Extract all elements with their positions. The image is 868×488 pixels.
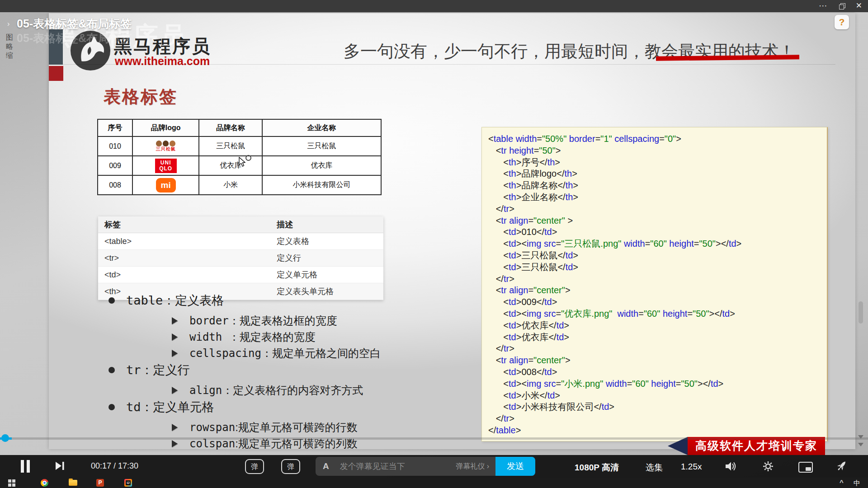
mini-player-icon[interactable] [798, 462, 813, 473]
start-square [12, 479, 15, 483]
bullet-desc: ：定义单元格 [141, 399, 214, 416]
code-token: </ [488, 425, 496, 435]
code-token: < [488, 216, 501, 225]
table-cell: <tr> [98, 250, 270, 267]
video-progress-bar[interactable] [0, 437, 868, 440]
code-token: "优衣库.png" [561, 309, 612, 319]
arrow-bullet-icon [172, 440, 181, 447]
code-token: td [544, 297, 552, 307]
start-button-icon[interactable] [8, 479, 15, 486]
table-cell: 定义表格 [270, 233, 383, 250]
code-token: >< [516, 379, 527, 389]
settings-gear-icon[interactable] [762, 460, 774, 474]
video-title-overlay: 05-表格标签&布局标签 [17, 16, 132, 31]
code-token: > [552, 297, 557, 307]
code-token: >企业名称</ [516, 192, 566, 202]
send-button[interactable]: 发送 [495, 457, 535, 476]
code-token: td [544, 367, 552, 377]
code-token: table [494, 134, 513, 144]
column-header: 企业名称 [262, 119, 381, 136]
code-panel: <table width="50%" border="1" cellspacin… [481, 127, 828, 441]
chrome-icon[interactable] [41, 479, 48, 487]
code-token: td [509, 262, 516, 272]
scroll-down-icon[interactable] [858, 443, 863, 446]
code-token: = [676, 379, 681, 389]
code-token: >008</ [516, 367, 544, 377]
scrollbar-thumb[interactable] [859, 301, 863, 324]
table-header-row: 序号品牌logo品牌名称企业名称 [98, 119, 381, 136]
ime-indicator[interactable]: 中 [854, 479, 860, 488]
screen: ⋯ ✕ ? 05-表格标签&布局标签 05-表格标签&布局标签 › 图 略 缩 … [0, 0, 868, 488]
code-token: > [564, 320, 569, 330]
bullet-item: td：定义单元格 [102, 399, 455, 416]
code-token: td [557, 332, 564, 342]
code-token: > [509, 413, 514, 423]
code-token: < [488, 239, 509, 249]
intellij-icon[interactable]: IJ [124, 479, 132, 487]
code-token: td [711, 379, 718, 389]
window-restore-icon[interactable] [839, 3, 845, 9]
table-row: <table>定义表格 [98, 233, 383, 250]
code-token: > [552, 367, 557, 377]
rocket-icon[interactable] [834, 459, 849, 475]
window-menu-icon[interactable]: ⋯ [819, 0, 828, 11]
code-token: width [624, 239, 645, 249]
sub-bullet-desc: ：规定表格边框的宽度 [229, 313, 337, 329]
code-token: "50" [699, 239, 716, 249]
code-token: > [565, 355, 571, 365]
volume-icon[interactable] [725, 461, 737, 473]
quality-button[interactable]: 1080P 高清 [575, 462, 619, 474]
arrow-bullet-icon [172, 424, 181, 431]
powerpoint-icon[interactable]: P [96, 479, 104, 487]
danmaku-etiquette-link[interactable]: 弹幕礼仪 › [456, 462, 489, 471]
table-cell: 小米科技有限公司 [262, 175, 381, 195]
sub-bullet-term: width [189, 329, 229, 345]
squirrel-head [156, 141, 162, 146]
speed-button[interactable]: 1.25x [681, 462, 702, 472]
danmaku-input[interactable]: A 发个弹幕见证当下 弹幕礼仪 › 发送 [316, 457, 535, 476]
text-style-icon[interactable]: A [323, 461, 329, 471]
code-token: > [564, 332, 569, 342]
column-header: 品牌名称 [199, 119, 262, 136]
sub-bullet-term: border [189, 313, 229, 329]
thumbnail-panel-label[interactable]: 图 略 缩 [5, 33, 14, 60]
code-token: align [509, 216, 528, 225]
code-token: < [488, 192, 509, 202]
table-cell: <table> [98, 233, 270, 250]
arrow-bullet-icon [172, 350, 181, 357]
scroll-down-icon[interactable] [858, 435, 863, 439]
table-cell: 010 [98, 136, 132, 156]
slide-title: 表格标签 [104, 85, 178, 108]
code-token: = [537, 134, 542, 144]
window-close-icon[interactable]: ✕ [856, 1, 862, 10]
tray-caret-icon[interactable]: ^ [840, 479, 844, 486]
pause-button[interactable] [20, 460, 32, 473]
progress-handle[interactable] [1, 434, 9, 442]
episodes-button[interactable]: 选集 [646, 462, 663, 474]
danmaku-settings-icon[interactable]: 弹 [281, 459, 300, 474]
code-token: >小米科技有限公司</ [516, 402, 602, 412]
window-title-bar: ⋯ ✕ [0, 0, 868, 12]
code-token: < [488, 379, 509, 389]
code-token: th [509, 192, 516, 202]
bullet-desc: ：定义表格 [163, 292, 224, 309]
code-token: < [488, 134, 494, 144]
code-token: > [573, 250, 578, 260]
code-token: tr [504, 204, 509, 214]
squirrel-heads [151, 141, 180, 146]
video-title-ghost: 05-表格标签&布局标签 [17, 31, 132, 46]
code-token: < [488, 180, 509, 190]
code-token: "60" [650, 239, 666, 249]
file-explorer-icon[interactable] [69, 480, 77, 486]
danmaku-toggle-icon[interactable]: 弹 [245, 459, 264, 474]
code-token: < [488, 157, 509, 167]
code-token: td [509, 227, 516, 237]
help-button[interactable]: ? [835, 15, 849, 29]
sub-bullet-term: rowspan [189, 419, 235, 436]
code-token: > [609, 402, 614, 412]
table-row: <tr>定义行 [98, 250, 383, 267]
code-token: "center" [533, 355, 565, 365]
bullet-dot-icon [108, 297, 115, 304]
next-episode-button[interactable] [55, 461, 65, 473]
chevron-right-icon[interactable]: › [7, 20, 9, 28]
